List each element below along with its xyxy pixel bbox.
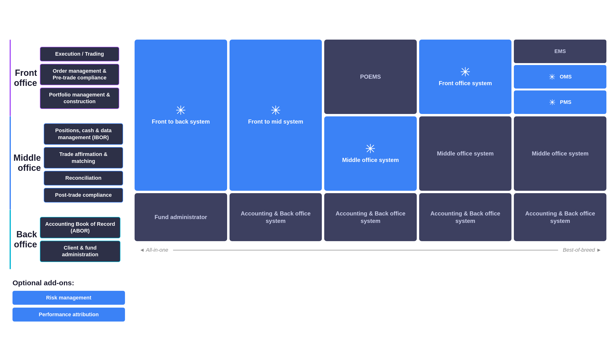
middle-office-section: Middle office Positions, cash & datamana… (10, 116, 125, 210)
cell-poems: POEMS (324, 39, 417, 114)
front-to-back-icon (175, 105, 186, 116)
cell-middle-col5: Middle office system (514, 116, 606, 191)
back-office-items: Accounting Book of Record(ABOR) Client &… (40, 215, 120, 264)
pms-icon (549, 99, 556, 105)
middle-col4-label: Middle office system (437, 150, 494, 157)
middle-item-1: Positions, cash & datamanagement (IBOR) (44, 123, 123, 145)
middle-bar (10, 116, 11, 210)
accounting-col4-label: Accounting & Back office system (423, 210, 508, 225)
middle-col3-label: Middle office system (342, 156, 399, 164)
front-office-label: Front office (14, 68, 37, 88)
pms-label: PMS (560, 99, 572, 105)
svg-point-4 (180, 109, 182, 111)
arrow-right-label: Best-of-breed ► (563, 247, 602, 253)
cell-middle-col3: Middle office system (324, 116, 417, 191)
cell-accounting-col2: Accounting & Back office system (230, 193, 322, 241)
cell-accounting-col5: Accounting & Back office system (514, 193, 606, 241)
accounting-col3-label: Accounting & Back office system (328, 210, 413, 225)
arrow-section: ◄ All-in-one Best-of-breed ► (135, 247, 606, 253)
front-office-label: Front office system (439, 79, 492, 87)
front-to-back-label: Front to back system (152, 118, 210, 125)
svg-point-24 (552, 102, 553, 103)
svg-point-9 (274, 109, 277, 111)
cell-ems: EMS (514, 39, 606, 63)
middle-item-4: Post-trade compliance (44, 188, 123, 203)
cell-fund-admin: Fund administrator (135, 193, 227, 241)
arrow-bar (173, 250, 558, 250)
addon-risk: Risk management (13, 291, 125, 305)
middle-office-items: Positions, cash & datamanagement (IBOR) … (44, 121, 123, 205)
middle-col3-icon (365, 143, 376, 154)
cell-front-to-back: Front to back system (135, 39, 227, 191)
back-office-section: Back office Accounting Book of Record(AB… (10, 210, 125, 269)
grid-wrapper: Front to back system Front to mid syste (135, 39, 606, 253)
svg-point-14 (464, 71, 466, 73)
addons-section: Optional add-ons: Risk management Perfor… (10, 279, 125, 325)
svg-point-19 (551, 76, 553, 78)
back-item-2: Client & fundadministration (40, 241, 120, 262)
cell-col5-row1: EMS OMS (514, 39, 606, 114)
front-bar (10, 39, 11, 116)
poems-label: POEMS (360, 73, 381, 80)
svg-point-29 (369, 147, 372, 150)
middle-item-2: Trade affirmation &matching (44, 147, 123, 169)
left-panel: Front office Execution / Trading Order m… (10, 39, 125, 325)
accounting-col5-label: Accounting & Back office system (518, 210, 602, 225)
cell-front-to-mid: Front to mid system (230, 39, 322, 191)
cell-pms: PMS (514, 91, 606, 114)
addons-title: Optional add-ons: (13, 279, 125, 287)
front-office-items: Execution / Trading Order management &Pr… (40, 44, 119, 111)
front-item-1: Execution / Trading (40, 47, 119, 61)
middle-item-3: Reconciliation (44, 171, 123, 185)
front-office-icon (460, 66, 471, 77)
front-label-container: Front office (14, 44, 40, 111)
front-to-mid-icon (270, 105, 281, 116)
oms-label: OMS (560, 74, 572, 80)
middle-label-container: Middle office (14, 121, 44, 205)
cell-oms: OMS (514, 65, 606, 89)
front-office-section: Front office Execution / Trading Order m… (10, 39, 125, 116)
cell-accounting-col4: Accounting & Back office system (419, 193, 512, 241)
main-grid: Front to back system Front to mid syste (135, 39, 606, 241)
cell-front-office: Front office system (419, 39, 512, 114)
back-label-container: Back office (14, 215, 40, 264)
back-bar (10, 210, 11, 269)
addon-performance: Performance attribution (13, 308, 125, 322)
cell-middle-col4: Middle office system (419, 116, 512, 191)
main-container: Front office Execution / Trading Order m… (10, 39, 606, 325)
back-office-label: Back office (14, 229, 37, 249)
front-item-3: Portfolio management &construction (40, 88, 119, 109)
middle-col5-label: Middle office system (532, 150, 588, 157)
front-to-mid-label: Front to mid system (248, 118, 303, 125)
oms-icon (549, 73, 555, 80)
middle-office-label: Middle office (14, 153, 41, 173)
fund-admin-label: Fund administrator (154, 213, 207, 221)
arrow-left-label: ◄ All-in-one (140, 247, 168, 253)
back-item-1: Accounting Book of Record(ABOR) (40, 217, 120, 238)
front-item-2: Order management &Pre-trade compliance (40, 64, 119, 85)
accounting-col2-label: Accounting & Back office system (233, 210, 318, 225)
ems-label: EMS (554, 48, 566, 54)
cell-accounting-col3: Accounting & Back office system (324, 193, 417, 241)
right-panel: Front to back system Front to mid syste (135, 39, 606, 253)
